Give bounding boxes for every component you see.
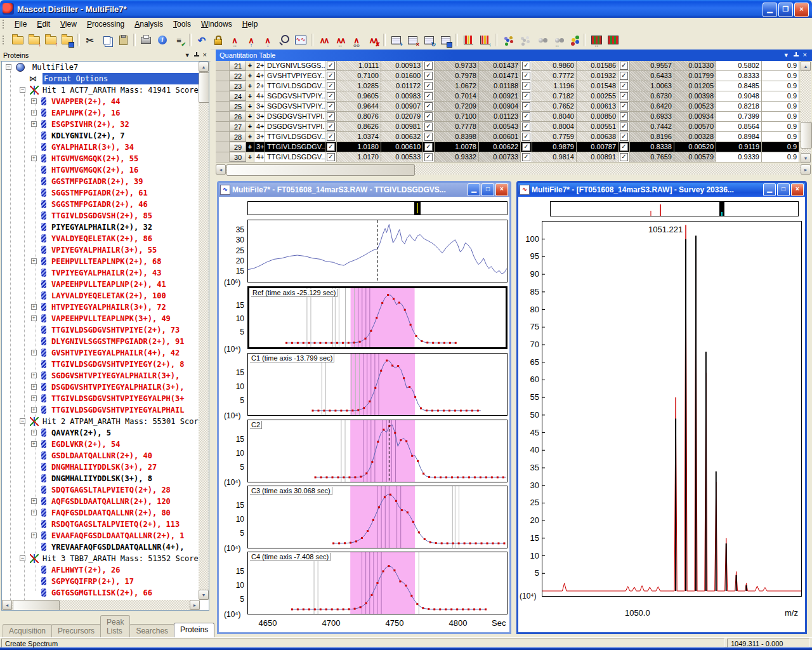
include-checkbox[interactable]: ✓: [424, 153, 433, 161]
minimize-button[interactable]: ▁: [763, 183, 776, 196]
quant-row[interactable]: 24+4+SGDGVSHTVPIY...✓0.96050.00983✓0.701…: [216, 91, 801, 102]
include-checkbox[interactable]: ✓: [327, 153, 335, 161]
menu-help[interactable]: Help: [237, 18, 263, 30]
maximize-button[interactable]: ❐: [778, 3, 793, 17]
peaks-pair-icon[interactable]: ∧∧: [316, 32, 331, 48]
peptide-node[interactable]: +QAVAYR(2+), 5: [2, 427, 209, 439]
scroll-down-icon[interactable]: ▼: [801, 153, 811, 163]
include-checkbox[interactable]: ✓: [522, 72, 530, 80]
tree-node-label[interactable]: YVALDYEQELETAK(2+), 86: [51, 233, 152, 244]
tree-node-label[interactable]: PEEHPVLLTEAPLNPK(2+), 68: [51, 256, 161, 267]
tab-peak-lists[interactable]: Peak Lists: [100, 615, 130, 637]
tree-node-label[interactable]: SGDGVSHTVPIYEGYALPHAILR(3+),: [51, 370, 180, 381]
close-button[interactable]: ×: [791, 183, 804, 196]
tab-searches[interactable]: Searches: [129, 624, 174, 637]
checkbox-cell[interactable]: ✓: [325, 132, 337, 142]
tree-node-label[interactable]: GSDLDAATQALLNR(2+), 40: [51, 450, 152, 461]
peptide-node[interactable]: TVPIYEGYALPHAILR(2+), 43: [2, 267, 209, 279]
checkbox-cell[interactable]: ✓: [521, 122, 532, 131]
tree-node-label[interactable]: DNGMHALIIYDDLSK(3+), 8: [51, 473, 152, 484]
tree-node-label[interactable]: Hit 2 ATPAM_ARATH Mass: 55301 Score: [43, 416, 203, 427]
peptide-node[interactable]: +TTGIVLDSGDGVSHTVPIYEGYALPH(3+: [2, 393, 209, 404]
peak-width-icon[interactable]: ∧↔: [227, 32, 242, 48]
checkbox-cell[interactable]: ✓: [423, 132, 435, 142]
tree-node-label[interactable]: HTVPIYEGYALPHAILR(3+), 72: [51, 302, 166, 313]
row-number[interactable]: 28: [230, 132, 246, 142]
peak-find-icon[interactable]: [277, 32, 292, 48]
expand-icon[interactable]: +: [31, 441, 37, 447]
row-number[interactable]: 23: [230, 81, 246, 91]
expand-icon[interactable]: +: [31, 121, 37, 127]
tree-node-label[interactable]: KDLYGNIVL(2+), 7: [51, 130, 125, 142]
expand-row-icon[interactable]: +: [246, 102, 254, 111]
tree-node-label[interactable]: HTGVMVGMGQK(2+), 16: [51, 164, 138, 176]
peptide-node[interactable]: SDQTGAGSLTALPVIETQ(2+), 28: [2, 484, 209, 496]
xic-panel-c1[interactable]: C1 (time axis -13.799 sec): [247, 353, 508, 416]
tree-node-label[interactable]: VVAPPER(2+), 44: [51, 96, 120, 107]
tree-node-label[interactable]: EAPLNPK(2+), 16: [51, 107, 120, 119]
peaks-cluster-icon[interactable]: ∧oo: [349, 32, 364, 48]
scroll-right-icon[interactable]: ►: [190, 600, 200, 610]
peptide-node[interactable]: KDLYGNIVL(2+), 7: [2, 130, 209, 142]
peptide-node[interactable]: +AQFGSDLDAATQALLNR(2+), 120: [2, 496, 209, 507]
peptide-node[interactable]: SGGSTMFPGIADR(2+), 61: [2, 187, 209, 199]
quant-row[interactable]: 28+3+TTGIVLDSGDGV...✓1.03740.00632✓0.839…: [216, 132, 801, 142]
menu-analysis[interactable]: Analysis: [129, 18, 168, 30]
protein-hit-node[interactable]: −Hit 1 ACT7_ARATH Mass: 41941 Score:: [2, 84, 209, 96]
tree-node-label[interactable]: GGTGSGMGTLLISK(2+), 66: [51, 587, 152, 599]
tree-node-label[interactable]: ESGPSIVHR(2+), 32: [51, 119, 129, 130]
checkbox-cell[interactable]: ✓: [325, 91, 337, 101]
tree-node-label[interactable]: VPIYEGYALPHAILR(3+), 55: [51, 244, 157, 256]
expand-icon[interactable]: +: [31, 533, 37, 538]
title-bar[interactable]: Mascot Distiller - MultiFile7* ▁ ❐ ×: [0, 0, 812, 18]
include-checkbox[interactable]: ✓: [522, 123, 530, 131]
peptide-node[interactable]: DNGMHALIIYDDLSK(3+), 8: [2, 473, 209, 484]
expand-row-icon[interactable]: +: [246, 132, 254, 142]
chromatogram-window-titlebar[interactable]: ∿ MultiFile7* - FT051608_14marS3.RAW - T…: [219, 183, 509, 197]
peaks-range-icon[interactable]: ∧∧↔: [332, 32, 348, 48]
table-remove-icon[interactable]: ×: [405, 32, 420, 48]
include-checkbox[interactable]: ✓: [327, 143, 335, 151]
checkbox-cell[interactable]: ✓: [619, 61, 630, 70]
close-icon[interactable]: ×: [803, 52, 807, 58]
tree-node-label[interactable]: YREVAAFAQFGSDLDAATQALLNR(4+),: [51, 541, 185, 553]
collapse-icon[interactable]: −: [20, 418, 25, 424]
checkbox-cell[interactable]: ✓: [521, 91, 532, 101]
include-checkbox[interactable]: ✓: [327, 92, 335, 100]
include-checkbox[interactable]: ✓: [424, 82, 433, 90]
quant-row[interactable]: 22+4+GVSHTVPIYEGY...✓0.71000.01600✓0.797…: [216, 71, 801, 81]
peptide-node[interactable]: TTGIVLDSGDGVSHTVPIYEGY(2+), 8: [2, 359, 209, 370]
quant-row[interactable]: 25+3+SGDGVSHTVPIY...✓0.96440.00907✓0.720…: [216, 102, 801, 112]
protein-hit-node[interactable]: −Hit 2 ATPAM_ARATH Mass: 55301 Score: [2, 416, 209, 427]
scroll-left-icon[interactable]: ◄: [2, 600, 12, 610]
checkbox-cell[interactable]: ✓: [619, 102, 630, 111]
checkbox-cell[interactable]: ✓: [423, 81, 435, 91]
quant-vertical-scrollbar[interactable]: ▲ ▼: [801, 61, 811, 163]
tree-vertical-scrollbar[interactable]: ▲ ▼: [199, 62, 209, 600]
atoms-range-icon[interactable]: ↔: [549, 32, 565, 48]
tree-node-label[interactable]: DNGMHALIIYDDLSK(3+), 27: [51, 461, 157, 473]
include-checkbox[interactable]: ✓: [327, 82, 335, 90]
quant-hscroll-thumb[interactable]: [226, 164, 415, 176]
export-data-icon[interactable]: ↑: [43, 32, 58, 48]
peptide-node[interactable]: DNGMHALIIYDDLSK(3+), 27: [2, 461, 209, 473]
atoms-cluster-icon[interactable]: [566, 32, 581, 48]
include-checkbox[interactable]: ✓: [620, 62, 628, 70]
include-checkbox[interactable]: ✓: [327, 123, 335, 131]
peptide-node[interactable]: AFLHWYT(2+), 26: [2, 564, 209, 576]
row-number[interactable]: 24: [230, 91, 246, 101]
include-checkbox[interactable]: ✓: [424, 123, 433, 131]
expand-icon[interactable]: +: [31, 304, 37, 310]
include-checkbox[interactable]: ✓: [424, 133, 433, 141]
copy-icon[interactable]: [99, 32, 114, 48]
pin-icon[interactable]: [794, 52, 799, 58]
format-options-node[interactable]: ⋈Format Options: [2, 73, 209, 84]
include-checkbox[interactable]: ✓: [522, 153, 530, 161]
tree-horizontal-scrollbar[interactable]: ◄ ►: [2, 600, 200, 610]
peptide-node[interactable]: +DSGDGVSHTVPIYEGYALPHAILR(3+),: [2, 381, 209, 393]
print-icon[interactable]: [138, 32, 154, 48]
checkbox-cell[interactable]: ✓: [423, 102, 435, 111]
scroll-down-icon[interactable]: ▼: [199, 590, 209, 600]
tree-node-label[interactable]: SGGSTMFPGIADR(2+), 61: [51, 187, 148, 199]
peptide-node[interactable]: +FAQFGSDLDAATQALLNR(2+), 80: [2, 507, 209, 519]
